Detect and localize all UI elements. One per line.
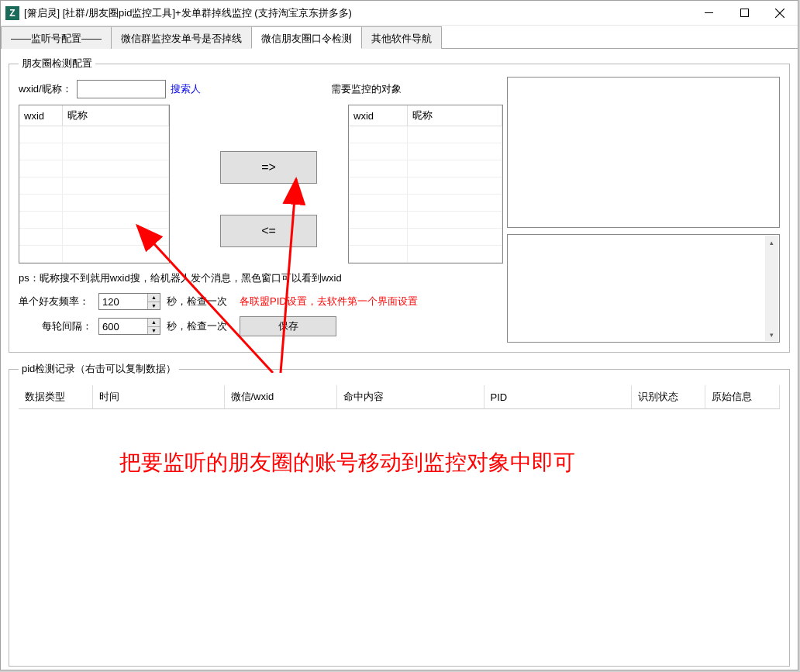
tab-listener-config[interactable]: ——监听号配置——	[1, 26, 112, 49]
svg-rect-1	[740, 9, 748, 17]
table-row[interactable]	[19, 229, 169, 246]
pid-note: 各联盟PID设置，去软件第一个界面设置	[240, 295, 418, 308]
close-button[interactable]	[762, 1, 798, 25]
interval-unit: 秒，检查一次	[167, 319, 227, 333]
target-col-nick: 昵称	[407, 105, 502, 126]
table-row[interactable]	[19, 177, 169, 195]
tab-group-monitor[interactable]: 微信群监控发单号是否掉线	[111, 26, 252, 49]
table-row[interactable]	[349, 229, 502, 246]
content-area: 朋友圈检测配置 ▴ ▾ wxid/昵称： 搜索人 需要监控的对象	[1, 49, 798, 672]
freq-spin-up[interactable]: ▲	[147, 294, 160, 302]
move-right-button[interactable]: =>	[220, 151, 317, 184]
records-body[interactable]: 把要监听的朋友圈的账号移动到监控对象中即可	[19, 408, 780, 656]
config-fieldset: 朋友圈检测配置 ▴ ▾ wxid/昵称： 搜索人 需要监控的对象	[9, 57, 790, 353]
table-row[interactable]	[349, 195, 502, 212]
maximize-icon	[740, 9, 749, 17]
save-button[interactable]: 保存	[240, 316, 336, 336]
tab-bar: ——监听号配置—— 微信群监控发单号是否掉线 微信朋友圈口令检测 其他软件导航	[1, 26, 798, 49]
target-col-wxid: wxid	[349, 105, 407, 126]
table-row[interactable]	[349, 160, 502, 177]
source-list-table[interactable]: wxid 昵称	[19, 105, 170, 264]
window-title: [箫启灵] [社群/朋友圈pid监控工具]+发单群掉线监控 (支持淘宝京东拼多多…	[24, 6, 352, 20]
freq-spin-down[interactable]: ▼	[147, 302, 160, 310]
maximize-button[interactable]	[726, 1, 762, 25]
col-pid: PID	[484, 385, 631, 408]
target-label: 需要监控的对象	[331, 82, 402, 96]
col-data-type: 数据类型	[19, 385, 92, 408]
table-row[interactable]	[19, 246, 169, 263]
table-row[interactable]	[349, 246, 502, 263]
target-list-table[interactable]: wxid 昵称	[348, 105, 503, 264]
table-row[interactable]	[19, 143, 169, 160]
search-link[interactable]: 搜索人	[171, 82, 201, 96]
table-row[interactable]	[19, 195, 169, 212]
freq-unit: 秒，检查一次	[167, 295, 227, 308]
table-row[interactable]	[349, 126, 502, 143]
tab-moments-detect[interactable]: 微信朋友圈口令检测	[251, 26, 362, 49]
minimize-icon	[705, 12, 713, 13]
interval-spin-down[interactable]: ▼	[147, 327, 160, 335]
table-row[interactable]	[349, 143, 502, 160]
interval-spin-up[interactable]: ▲	[147, 319, 160, 327]
col-hit: 命中内容	[336, 385, 484, 408]
freq-label: 单个好友频率：	[19, 295, 92, 308]
wxid-input[interactable]	[77, 80, 166, 98]
col-time: 时间	[92, 385, 224, 408]
tab-other-software[interactable]: 其他软件导航	[361, 26, 442, 49]
source-col-nick: 昵称	[62, 105, 169, 126]
main-window: Z [箫启灵] [社群/朋友圈pid监控工具]+发单群掉线监控 (支持淘宝京东拼…	[0, 0, 798, 670]
records-legend: pid检测记录（右击可以复制数据）	[19, 362, 179, 376]
col-wechat: 微信/wxid	[224, 385, 336, 408]
col-raw: 原始信息	[705, 385, 780, 408]
config-legend: 朋友圈检测配置	[19, 57, 95, 71]
svg-rect-0	[705, 12, 713, 13]
records-fieldset: pid检测记录（右击可以复制数据） 数据类型 时间 微信/wxid 命中内容 P…	[9, 362, 790, 667]
interval-label: 每轮间隔：	[19, 319, 92, 333]
table-row[interactable]	[19, 126, 169, 143]
table-row[interactable]	[19, 212, 169, 229]
close-icon	[775, 9, 784, 18]
table-row[interactable]	[349, 177, 502, 195]
table-row[interactable]	[349, 212, 502, 229]
source-col-wxid: wxid	[19, 105, 62, 126]
move-left-button[interactable]: <=	[220, 215, 317, 247]
scroll-down-icon[interactable]: ▾	[765, 328, 778, 341]
col-status: 识别状态	[631, 385, 705, 408]
annotation-instruction: 把要监听的朋友圈的账号移动到监控对象中即可	[119, 448, 575, 477]
titlebar: Z [箫启灵] [社群/朋友圈pid监控工具]+发单群掉线监控 (支持淘宝京东拼…	[1, 1, 798, 26]
wxid-label: wxid/昵称：	[19, 82, 72, 96]
records-table[interactable]: 数据类型 时间 微信/wxid 命中内容 PID 识别状态 原始信息	[19, 385, 780, 408]
app-icon: Z	[5, 6, 19, 20]
minimize-button[interactable]	[691, 1, 726, 25]
table-row[interactable]	[19, 160, 169, 177]
